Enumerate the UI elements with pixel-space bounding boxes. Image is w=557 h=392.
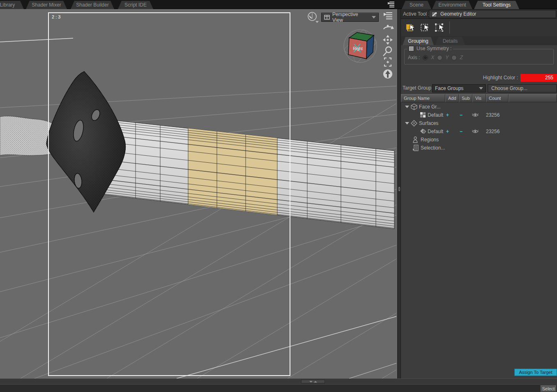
axis-z-label: Z xyxy=(460,55,463,60)
tab-shader-mixer[interactable]: Shader Mixer xyxy=(26,1,67,9)
viewport-pane-icon xyxy=(324,15,330,20)
tab-environment[interactable]: Environment xyxy=(432,1,472,9)
tab-details[interactable]: Details xyxy=(435,37,465,45)
application-window: Library Shader Mixer Shader Builder Scri… xyxy=(0,0,557,392)
assign-row: Assign To Target xyxy=(401,368,557,377)
active-tool-row: Active Tool : Geometry Editor xyxy=(401,9,557,19)
choose-group-button[interactable]: Choose Group... xyxy=(488,84,557,92)
expander-icon[interactable] xyxy=(405,106,409,108)
view-selector-dropdown[interactable]: Perspective View xyxy=(321,13,379,22)
splitter-grip-icon[interactable] xyxy=(398,186,400,192)
tree-row-surfaces[interactable]: Surfaces xyxy=(401,119,557,127)
person-icon xyxy=(412,136,418,143)
tab-library[interactable]: Library xyxy=(0,1,24,9)
panel-tab-strip: Grouping Details xyxy=(401,36,557,45)
visibility-eye-icon[interactable] xyxy=(472,113,479,118)
geometry-editor-icon xyxy=(431,11,437,17)
tab-script-ide[interactable]: Script IDE xyxy=(118,1,153,9)
use-symmetry-label: Use Symmetry : xyxy=(417,46,451,51)
axis-x-radio[interactable] xyxy=(423,55,428,60)
tool-settings-panel: Active Tool : Geometry Editor xyxy=(401,9,557,378)
toolbar-divider xyxy=(449,21,450,34)
cube-face-label: Right xyxy=(353,46,363,51)
pan-icon[interactable] xyxy=(383,35,393,45)
use-symmetry-checkbox[interactable] xyxy=(409,46,414,51)
add-to-group-button[interactable]: + xyxy=(446,111,449,119)
column-header-sub[interactable]: Sub xyxy=(459,94,472,102)
target-group-dropdown[interactable]: Face Groups xyxy=(432,84,486,92)
highlight-color-label: Highlight Color : xyxy=(483,75,518,81)
highlight-color-row: Highlight Color : 255 xyxy=(401,74,557,82)
selection-mode-toolbar xyxy=(401,19,557,36)
axis-z-radio[interactable] xyxy=(451,55,457,60)
top-tab-bar: Library Shader Mixer Shader Builder Scri… xyxy=(0,0,557,9)
column-header-group-name[interactable]: Group Name xyxy=(401,94,445,102)
chevron-down-icon xyxy=(479,87,483,90)
zoom-icon[interactable] xyxy=(383,47,391,56)
view-selector-label: Perspective View xyxy=(332,12,369,23)
tree-row-selection-sets[interactable]: Selection... xyxy=(401,144,557,152)
chevron-down-icon xyxy=(372,16,376,18)
tab-grouping[interactable]: Grouping xyxy=(403,37,434,45)
tree-row-regions[interactable]: Regions xyxy=(401,136,557,144)
drawer-handle[interactable] xyxy=(301,380,325,383)
pane-splitter[interactable] xyxy=(397,9,401,378)
expander-icon[interactable] xyxy=(405,122,409,125)
axis-y-radio[interactable] xyxy=(437,55,442,60)
active-tool-value: Geometry Editor xyxy=(440,11,476,17)
group-table-header: Group Name Add Sub Vis Count xyxy=(401,94,557,102)
cube-icon xyxy=(411,104,417,110)
tab-scene[interactable]: Scene xyxy=(402,1,431,9)
add-to-group-button[interactable]: + xyxy=(446,127,449,136)
surface-icon xyxy=(420,128,426,134)
face-count: 23256 xyxy=(486,127,499,136)
status-bar: Select xyxy=(0,384,557,392)
lasso-select-button[interactable] xyxy=(419,21,431,34)
surfaces-icon xyxy=(411,120,418,127)
viewport-bottom-strip xyxy=(0,378,557,384)
visibility-eye-icon[interactable] xyxy=(472,129,479,134)
frame-icon[interactable] xyxy=(384,58,391,66)
column-header-count[interactable]: Count xyxy=(486,94,509,102)
face-count: 23256 xyxy=(486,111,499,119)
group-tree: Face Gr... Default + − 23256 xyxy=(401,103,557,152)
tree-row-surface-default[interactable]: Default + − 23256 xyxy=(401,127,557,136)
axis-y-label: Y xyxy=(445,55,449,60)
marquee-select-button[interactable] xyxy=(404,21,417,34)
aspect-ratio-label: 2 : 3 xyxy=(52,14,60,19)
column-header-filler xyxy=(509,94,557,102)
pane-options-icon[interactable] xyxy=(387,1,395,8)
tab-tool-settings[interactable]: Tool Settings xyxy=(474,1,519,9)
aim-icon[interactable] xyxy=(383,69,392,78)
lasso-select-icon xyxy=(420,22,430,33)
target-group-label: Target Group : xyxy=(403,85,434,91)
subtract-from-group-button[interactable]: − xyxy=(460,127,463,136)
tab-shader-builder[interactable]: Shader Builder xyxy=(71,1,114,9)
orbit-icon[interactable] xyxy=(384,25,394,29)
axis-x-label: X xyxy=(431,55,434,60)
vertex-select-button[interactable] xyxy=(434,21,446,34)
marquee-select-icon xyxy=(405,22,416,33)
axis-label: Axis : xyxy=(408,55,420,60)
aspect-frame: 2 : 3 xyxy=(48,12,290,376)
assign-to-target-button[interactable]: Assign To Target xyxy=(514,369,557,376)
selection-icon xyxy=(412,145,419,151)
viewport-nav-toolbar xyxy=(381,23,395,80)
active-tool-label: Active Tool : xyxy=(403,11,429,17)
viewport-options-icon[interactable] xyxy=(383,12,394,20)
column-header-vis[interactable]: Vis xyxy=(472,94,486,102)
highlight-color-swatch[interactable]: 255 xyxy=(520,74,557,82)
target-group-row: Target Group : Face Groups Choose Group.… xyxy=(401,84,557,92)
select-mode-indicator[interactable]: Select xyxy=(540,385,557,392)
symmetry-groupbox: Use Symmetry : Axis : X Y Z xyxy=(404,49,554,65)
camera-menu-icon[interactable] xyxy=(306,11,320,23)
facegroup-icon xyxy=(420,112,426,118)
active-tool-select[interactable]: Geometry Editor xyxy=(429,10,556,18)
subtract-from-group-button[interactable]: − xyxy=(460,111,463,119)
tree-row-facegroup-default[interactable]: Default + − 23256 xyxy=(401,111,557,119)
tree-row-face-groups[interactable]: Face Gr... xyxy=(401,103,557,111)
view-cube-gizmo[interactable]: X Right xyxy=(340,25,381,67)
viewport-3d[interactable]: 2 : 3 Perspective View xyxy=(0,9,397,378)
vertex-select-icon xyxy=(435,22,445,33)
column-header-add[interactable]: Add xyxy=(445,94,459,102)
